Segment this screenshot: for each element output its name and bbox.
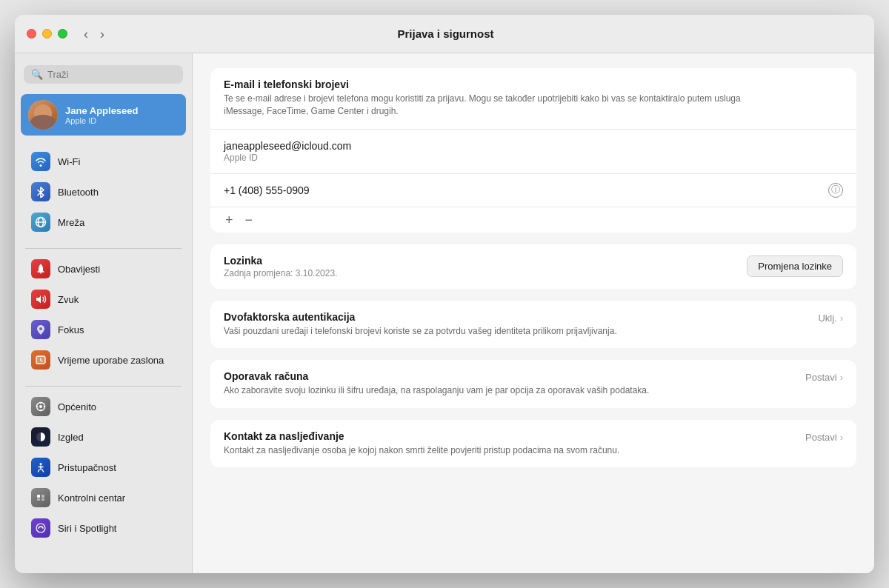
email-value: janeappleseed@icloud.com bbox=[224, 140, 843, 152]
svg-point-15 bbox=[36, 524, 45, 532]
email-row: janeappleseed@icloud.com Apple ID bbox=[210, 130, 856, 174]
svg-point-16 bbox=[39, 527, 40, 528]
sidebar-item-label-siri: Siri i Spotlight bbox=[58, 523, 116, 534]
sidebar-section-connectivity: Wi-Fi Bluetooth bbox=[15, 146, 192, 238]
legacy-row[interactable]: Kontakt za nasljeđivanje Kontakt za nasl… bbox=[210, 420, 856, 467]
sidebar-item-bluetooth[interactable]: Bluetooth bbox=[21, 177, 186, 207]
appearance-icon bbox=[31, 427, 50, 447]
sidebar-item-network[interactable]: Mreža bbox=[21, 207, 186, 237]
focus-icon bbox=[31, 320, 50, 339]
sidebar-item-label-network: Mreža bbox=[58, 217, 84, 228]
legacy-chevron-icon: › bbox=[840, 432, 843, 443]
sidebar-divider-2 bbox=[25, 386, 182, 387]
svg-point-8 bbox=[39, 405, 42, 408]
add-button[interactable]: + bbox=[224, 213, 235, 227]
user-subtitle: Apple ID bbox=[65, 116, 139, 125]
sidebar-item-label-accessibility: Pristupačnost bbox=[58, 462, 116, 473]
user-name: Jane Appleseed bbox=[65, 105, 139, 116]
control-icon bbox=[31, 488, 50, 507]
search-bar[interactable]: 🔍 bbox=[24, 65, 183, 84]
search-input[interactable] bbox=[47, 69, 176, 80]
user-profile-item[interactable]: Jane Appleseed Apple ID bbox=[21, 94, 186, 136]
sidebar-section-prefs: Obavijesti Zvuk bbox=[15, 253, 192, 375]
close-button[interactable] bbox=[27, 29, 36, 39]
twofa-status: Uklj. bbox=[818, 313, 836, 324]
avatar bbox=[28, 100, 58, 130]
password-title: Lozinka bbox=[224, 255, 337, 267]
twofa-row[interactable]: Dvofaktorska autentikacija Vaši pouzdani… bbox=[210, 301, 856, 348]
wifi-icon bbox=[31, 152, 50, 171]
email-label: Apple ID bbox=[224, 153, 843, 163]
sidebar-item-wifi[interactable]: Wi-Fi bbox=[21, 147, 186, 176]
sidebar-item-label-notifications: Obavijesti bbox=[58, 264, 100, 275]
sidebar-item-label-wifi: Wi-Fi bbox=[58, 156, 80, 167]
email-section-header: E-mail i telefonski brojevi Te se e-mail… bbox=[210, 68, 856, 130]
add-remove-row: + − bbox=[210, 207, 856, 233]
sidebar-item-siri[interactable]: Siri i Spotlight bbox=[21, 513, 186, 543]
email-section-desc: Te se e-mail adrese i brojevi telefona m… bbox=[224, 93, 742, 118]
recovery-status: Postavi bbox=[805, 372, 837, 383]
recovery-section-card: Oporavak računa Ako zaboravite svoju loz… bbox=[210, 360, 856, 407]
notifications-icon bbox=[31, 259, 50, 278]
recovery-chevron-icon: › bbox=[840, 372, 843, 383]
recovery-row[interactable]: Oporavak računa Ako zaboravite svoju loz… bbox=[210, 360, 856, 407]
content-area: 🔍 Jane Appleseed Apple ID bbox=[15, 53, 874, 573]
remove-button[interactable]: − bbox=[244, 213, 255, 227]
svg-point-3 bbox=[40, 273, 41, 274]
accessibility-icon bbox=[31, 458, 50, 477]
recovery-desc: Ako zaboravite svoju lozinku ili šifru u… bbox=[224, 384, 649, 397]
legacy-right[interactable]: Postavi › bbox=[805, 432, 843, 443]
change-password-button[interactable]: Promjena lozinke bbox=[747, 255, 843, 277]
email-section-title: E-mail i telefonski brojevi bbox=[224, 78, 843, 90]
sidebar-item-general[interactable]: Općenito bbox=[21, 392, 186, 421]
svg-rect-12 bbox=[41, 495, 44, 498]
sidebar-item-label-sound: Zvuk bbox=[58, 294, 79, 305]
general-icon bbox=[31, 397, 50, 416]
sidebar: 🔍 Jane Appleseed Apple ID bbox=[15, 53, 193, 573]
siri-icon bbox=[31, 518, 50, 538]
network-icon bbox=[31, 213, 50, 232]
twofa-info: Dvofaktorska autentikacija Vaši pouzdani… bbox=[224, 311, 617, 338]
sidebar-item-label-control: Kontrolni centar bbox=[58, 492, 125, 504]
twofa-title: Dvofaktorska autentikacija bbox=[224, 311, 617, 323]
traffic-lights bbox=[27, 29, 67, 39]
legacy-info: Kontakt za nasljeđivanje Kontakt za nasl… bbox=[224, 430, 619, 457]
password-section-card: Lozinka Zadnja promjena: 3.10.2023. Prom… bbox=[210, 244, 856, 289]
legacy-section-card: Kontakt za nasljeđivanje Kontakt za nasl… bbox=[210, 420, 856, 467]
email-section-card: E-mail i telefonski brojevi Te se e-mail… bbox=[210, 68, 856, 233]
recovery-right[interactable]: Postavi › bbox=[805, 372, 843, 383]
sidebar-item-label-screentime: Vrijeme uporabe zaslona bbox=[58, 355, 164, 366]
phone-row: +1 (408) 555-0909 ⓘ bbox=[210, 174, 856, 207]
sidebar-item-sound[interactable]: Zvuk bbox=[21, 284, 186, 314]
sidebar-item-focus[interactable]: Fokus bbox=[21, 315, 186, 344]
svg-rect-13 bbox=[37, 498, 40, 501]
fullscreen-button[interactable] bbox=[58, 29, 67, 39]
legacy-status: Postavi bbox=[805, 432, 837, 443]
sidebar-item-notifications[interactable]: Obavijesti bbox=[21, 254, 186, 284]
twofa-desc: Vaši pouzdani uređaji i telefonski broje… bbox=[224, 325, 617, 338]
svg-rect-14 bbox=[41, 498, 44, 501]
password-info: Lozinka Zadnja promjena: 3.10.2023. bbox=[224, 255, 337, 278]
bluetooth-icon bbox=[31, 182, 50, 201]
sidebar-section-system: Općenito Izgled bbox=[15, 391, 192, 544]
sidebar-item-appearance[interactable]: Izgled bbox=[21, 422, 186, 452]
nav-arrows: ‹ › bbox=[79, 26, 109, 42]
legacy-title: Kontakt za nasljeđivanje bbox=[224, 430, 619, 442]
main-panel: E-mail i telefonski brojevi Te se e-mail… bbox=[193, 53, 874, 573]
phone-info-button[interactable]: ⓘ bbox=[828, 183, 843, 198]
sidebar-item-control[interactable]: Kontrolni centar bbox=[21, 483, 186, 512]
sidebar-item-label-general: Općenito bbox=[58, 401, 96, 412]
svg-point-17 bbox=[41, 527, 43, 528]
recovery-title: Oporavak računa bbox=[224, 370, 649, 382]
sidebar-item-screentime[interactable]: Vrijeme uporabe zaslona bbox=[21, 345, 186, 375]
search-icon: 🔍 bbox=[31, 69, 43, 80]
sidebar-item-accessibility[interactable]: Pristupačnost bbox=[21, 452, 186, 482]
system-preferences-window: ‹ › Prijava i sigurnost 🔍 bbox=[15, 15, 874, 573]
minimize-button[interactable] bbox=[42, 29, 52, 39]
sound-icon bbox=[31, 290, 50, 309]
legacy-desc: Kontakt za nasljeđivanje osoba je kojoj … bbox=[224, 444, 619, 457]
back-button[interactable]: ‹ bbox=[79, 26, 93, 42]
twofa-right[interactable]: Uklj. › bbox=[818, 313, 843, 324]
sidebar-item-label-focus: Fokus bbox=[58, 324, 84, 335]
forward-button[interactable]: › bbox=[96, 26, 109, 42]
